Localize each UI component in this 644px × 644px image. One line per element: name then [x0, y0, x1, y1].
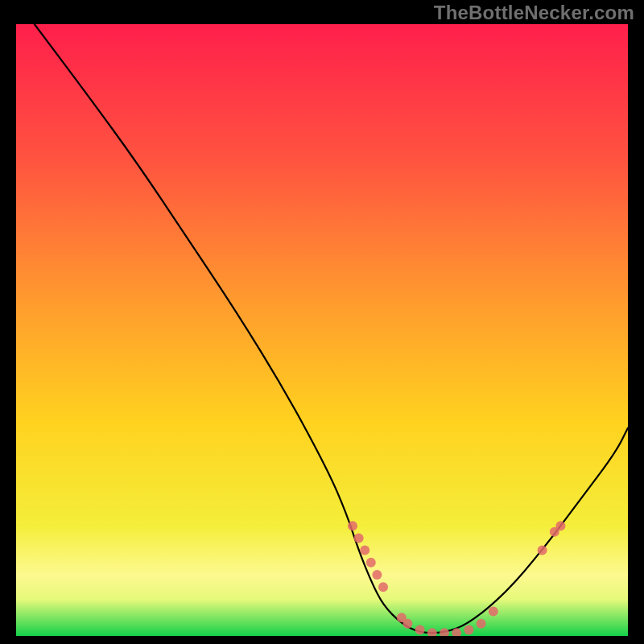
marker-dot [464, 625, 473, 634]
plot-area [16, 24, 628, 636]
marker-dot [372, 570, 382, 580]
chart-container: TheBottleNecker.com [0, 0, 644, 644]
curve-layer [16, 24, 628, 636]
marker-dot [366, 558, 376, 568]
marker-dot [477, 619, 486, 629]
marker-dot [402, 619, 412, 629]
bottleneck-curve [35, 24, 628, 633]
marker-dot [538, 546, 547, 555]
marker-dot [360, 546, 369, 555]
marker-dot [415, 625, 425, 634]
marker-dot [440, 628, 449, 636]
marker-dot [427, 628, 437, 636]
highlight-markers [348, 521, 565, 636]
marker-dot [378, 582, 388, 592]
watermark-text: TheBottleNecker.com [434, 2, 634, 24]
marker-dot [555, 521, 565, 530]
marker-dot [354, 533, 364, 543]
marker-dot [348, 521, 357, 530]
marker-dot [489, 607, 498, 617]
